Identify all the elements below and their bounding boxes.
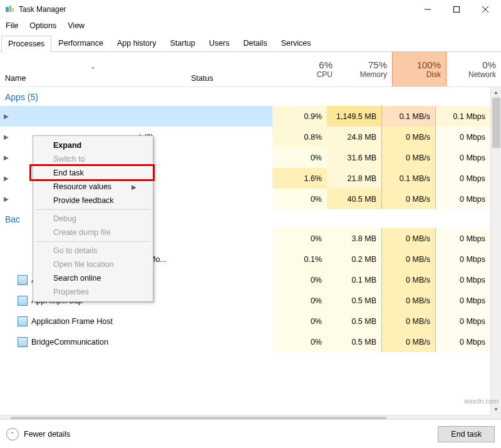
column-name-label: Name bbox=[5, 74, 26, 83]
tab-startup[interactable]: Startup bbox=[163, 35, 202, 51]
app-icon bbox=[5, 4, 15, 14]
title-bar: Task Manager bbox=[0, 0, 501, 19]
fewer-details-button[interactable]: ⌃ Fewer details bbox=[6, 428, 70, 440]
chevron-right-icon[interactable]: ▶ bbox=[4, 133, 10, 140]
separator bbox=[36, 209, 150, 210]
context-menu: Expand Switch to End task Resource value… bbox=[33, 135, 153, 302]
svg-rect-2 bbox=[12, 8, 14, 12]
separator bbox=[36, 241, 150, 242]
ctx-resource-values[interactable]: Resource values▶ bbox=[34, 180, 152, 194]
chevron-up-icon: ⌃ bbox=[6, 428, 19, 440]
process-icon bbox=[18, 296, 28, 306]
fewer-details-label: Fewer details bbox=[24, 430, 70, 439]
disk-pct: 100% bbox=[417, 60, 441, 70]
ctx-properties: Properties bbox=[34, 285, 152, 299]
column-headers: ⌃ Name Status 6% CPU 75% Memory 100% Dis… bbox=[0, 52, 501, 87]
sort-indicator-icon: ⌃ bbox=[5, 66, 181, 74]
menu-view[interactable]: View bbox=[62, 20, 90, 31]
cpu-cell: 0.9% bbox=[272, 106, 327, 127]
ctx-go-to-details: Go to details bbox=[34, 244, 152, 258]
chevron-right-icon[interactable]: ▶ bbox=[4, 195, 10, 202]
chevron-right-icon[interactable]: ▶ bbox=[4, 175, 10, 182]
chevron-right-icon[interactable]: ▶ bbox=[4, 154, 10, 161]
column-status-label: Status bbox=[191, 74, 278, 83]
process-icon bbox=[18, 316, 28, 326]
ctx-debug: Debug bbox=[34, 212, 152, 226]
column-cpu[interactable]: 6% CPU bbox=[283, 52, 338, 86]
footer-bar: ⌃ Fewer details End task bbox=[0, 419, 501, 448]
menu-file[interactable]: File bbox=[0, 20, 24, 31]
ctx-create-dump: Create dump file bbox=[34, 226, 152, 239]
ctx-provide-feedback[interactable]: Provide feedback bbox=[34, 194, 152, 207]
column-status[interactable]: Status bbox=[186, 52, 283, 86]
ctx-search-online[interactable]: Search online bbox=[34, 271, 152, 285]
scroll-down-icon[interactable]: ▼ bbox=[491, 404, 501, 415]
memory-pct: 75% bbox=[368, 60, 387, 70]
memory-label: Memory bbox=[360, 70, 387, 79]
tab-app-history[interactable]: App history bbox=[110, 35, 163, 51]
table-row[interactable]: Application Frame Host 0% 0.5 MB 0 MB/s … bbox=[0, 311, 490, 331]
column-network[interactable]: 0% Network bbox=[447, 52, 501, 86]
scrollbar-thumb[interactable] bbox=[492, 98, 500, 148]
network-pct: 0% bbox=[482, 60, 496, 70]
mem-cell: 1,149.5 MB bbox=[327, 106, 381, 127]
column-disk[interactable]: 100% Disk bbox=[392, 52, 447, 86]
close-button[interactable] bbox=[471, 0, 500, 19]
end-task-button[interactable]: End task bbox=[438, 426, 495, 442]
tab-strip: Processes Performance App history Startu… bbox=[0, 33, 501, 52]
svg-rect-0 bbox=[6, 7, 9, 12]
minimize-button[interactable] bbox=[413, 0, 442, 19]
column-memory[interactable]: 75% Memory bbox=[338, 52, 392, 86]
scroll-up-icon[interactable]: ▲ bbox=[491, 87, 501, 98]
net-cell: 0.1 Mbps bbox=[436, 106, 490, 127]
group-apps[interactable]: Apps (5) bbox=[0, 87, 490, 106]
chevron-right-icon[interactable]: ▶ bbox=[4, 113, 10, 120]
ctx-end-task[interactable]: End task bbox=[34, 166, 152, 180]
menu-options[interactable]: Options bbox=[24, 20, 62, 31]
cpu-pct: 6% bbox=[319, 60, 333, 70]
ctx-open-file-location: Open file location bbox=[34, 258, 152, 271]
disk-cell: 0.1 MB/s bbox=[381, 106, 436, 127]
svg-rect-1 bbox=[9, 6, 11, 12]
menu-bar: File Options View bbox=[0, 19, 501, 33]
column-name[interactable]: ⌃ Name bbox=[0, 52, 186, 86]
table-row[interactable]: BridgeCommunication 0% 0.5 MB 0 MB/s 0 M… bbox=[0, 331, 490, 352]
watermark: wsxdn.com bbox=[464, 397, 498, 405]
process-icon bbox=[18, 337, 28, 347]
vertical-scrollbar[interactable]: ▲ ▼ bbox=[490, 87, 501, 425]
disk-label: Disk bbox=[426, 70, 441, 79]
network-label: Network bbox=[468, 70, 496, 79]
chevron-right-icon: ▶ bbox=[132, 184, 137, 190]
window-title: Task Manager bbox=[19, 5, 413, 14]
table-row[interactable]: ▶ 0.9% 1,149.5 MB 0.1 MB/s 0.1 Mbps bbox=[0, 106, 490, 127]
tab-services[interactable]: Services bbox=[274, 35, 318, 51]
ctx-expand[interactable]: Expand bbox=[34, 138, 152, 152]
tab-processes[interactable]: Processes bbox=[1, 36, 51, 52]
process-icon bbox=[18, 275, 28, 285]
tab-details[interactable]: Details bbox=[236, 35, 274, 51]
svg-rect-4 bbox=[454, 7, 460, 13]
tab-users[interactable]: Users bbox=[202, 35, 237, 51]
ctx-switch-to: Switch to bbox=[34, 152, 152, 166]
tab-performance[interactable]: Performance bbox=[51, 35, 110, 51]
maximize-button[interactable] bbox=[442, 0, 471, 19]
cpu-label: CPU bbox=[317, 70, 333, 79]
